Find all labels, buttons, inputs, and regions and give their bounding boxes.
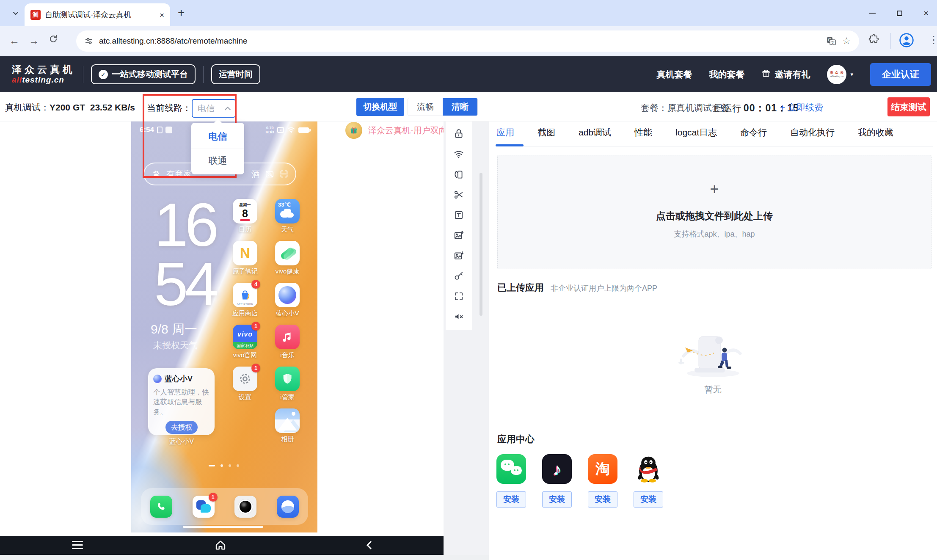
- empty-state-text: 暂无: [489, 384, 937, 395]
- install-button-taobao[interactable]: 安装: [588, 491, 617, 508]
- nav-item-invite[interactable]: 邀请有礼: [761, 69, 810, 80]
- tab-8[interactable]: 我的收藏: [858, 127, 893, 138]
- chevron-down-icon[interactable]: ▾: [850, 71, 853, 77]
- install-button-qq[interactable]: 安装: [634, 491, 663, 508]
- phone-app-calendar[interactable]: 星期一8日历: [233, 199, 257, 241]
- tab-4[interactable]: 性能: [634, 127, 652, 138]
- line-select[interactable]: 电信: [192, 99, 236, 118]
- home-icon[interactable]: [214, 538, 227, 554]
- translate-icon[interactable]: G文: [826, 36, 836, 46]
- camera-search-icon[interactable]: [265, 169, 274, 179]
- scissors-icon[interactable]: [453, 189, 464, 200]
- renew-link[interactable]: + 立即续费: [780, 102, 823, 113]
- app-navbar: 泽众云真机 alltesting.cn ✓ 一站式移动测试平台 运营时间 泽众云…: [0, 56, 937, 92]
- phone-app-photos[interactable]: 相册: [275, 408, 300, 450]
- wechat-icon[interactable]: [496, 454, 526, 484]
- tab-2[interactable]: 截图: [537, 127, 555, 138]
- avatar[interactable]: 泽 众 云 alltesting.cn: [827, 65, 846, 84]
- tab-6[interactable]: 命令行: [740, 127, 767, 138]
- phone-app-label: 天气: [281, 226, 294, 234]
- search-text-left: 有商家: [166, 168, 192, 180]
- notification-badge: 1: [251, 322, 260, 331]
- key-icon[interactable]: [453, 270, 464, 281]
- phone-app-vivo[interactable]: vivo国家补贴1vivo官网: [233, 325, 257, 367]
- url-bar[interactable]: atc.alltesting.cn:8888/atc/remote/machin…: [76, 30, 859, 52]
- maximize-icon[interactable]: [897, 11, 902, 16]
- wifi-icon[interactable]: [453, 149, 464, 160]
- operating-hours-badge[interactable]: 运营时间: [211, 64, 260, 84]
- upload-dropzone[interactable]: + 点击或拖拽文件到此处上传 支持格式apk、ipa、hap: [497, 155, 931, 269]
- tab-5[interactable]: logcat日志: [675, 127, 717, 138]
- forward-icon[interactable]: →: [29, 35, 39, 47]
- app-center-douyin: ♪安装: [542, 454, 572, 508]
- tab-1[interactable]: 应用: [496, 127, 514, 138]
- mode-clear-button[interactable]: 清晰: [443, 98, 477, 116]
- reload-icon[interactable]: [48, 34, 58, 47]
- end-test-button[interactable]: 结束测试: [887, 97, 930, 116]
- window-close-icon[interactable]: ×: [923, 9, 929, 17]
- authorize-button[interactable]: 去授权: [165, 421, 198, 434]
- scan-icon[interactable]: [279, 169, 289, 179]
- phone-app-weather[interactable]: 33℃天气: [275, 199, 300, 241]
- phone-app-label: vivo健康: [276, 268, 300, 276]
- image-download-icon[interactable]: [453, 250, 464, 261]
- install-button-douyin[interactable]: 安装: [542, 491, 572, 508]
- phone-net-speed: 0.70 KB/s: [265, 126, 274, 135]
- new-tab-button[interactable]: +: [178, 6, 185, 19]
- nav-item-my-plans[interactable]: 我的套餐: [709, 69, 744, 80]
- recents-menu-icon[interactable]: [72, 541, 83, 549]
- phone-sim-icon: ×: [277, 127, 284, 133]
- profile-avatar-icon[interactable]: [899, 33, 914, 50]
- enterprise-verify-button[interactable]: 企业认证: [870, 63, 931, 86]
- tab-7[interactable]: 自动化执行: [790, 127, 835, 138]
- line-option-selected[interactable]: 电信: [191, 124, 244, 149]
- line-option-other[interactable]: 联通: [191, 149, 244, 173]
- qq-icon[interactable]: [634, 454, 663, 484]
- nav-item-device-plans[interactable]: 真机套餐: [656, 69, 692, 80]
- dock-browser-app[interactable]: [277, 496, 299, 518]
- dock-camera-app[interactable]: [234, 496, 256, 518]
- mode-smooth-button[interactable]: 流畅: [408, 98, 443, 116]
- phone-app-music[interactable]: i音乐: [275, 325, 300, 367]
- back-icon[interactable]: ←: [9, 35, 19, 47]
- taobao-icon[interactable]: 淘: [588, 454, 617, 484]
- phone-app-notes[interactable]: N原子笔记: [232, 241, 258, 283]
- remote-phone-screen[interactable]: 6:54 0.70 KB/s × 有商家 酒 16 54 9/8 周一 未: [131, 121, 317, 532]
- dock-phone-app[interactable]: [150, 496, 172, 518]
- phone-app-label: 相册: [281, 435, 294, 443]
- phone-app-health[interactable]: vivo健康: [275, 241, 300, 283]
- assistant-card[interactable]: 蓝心小V 个人智慧助理，快速获取信息与服务。 去授权: [148, 368, 215, 435]
- tab-search-chevron-icon[interactable]: [7, 5, 25, 22]
- phone-app-guard[interactable]: i管家: [275, 367, 300, 408]
- phone-app-app-store[interactable]: APP STORE4应用商店: [232, 283, 258, 325]
- phone-app-settings[interactable]: 1设置: [233, 367, 257, 408]
- douyin-icon[interactable]: ♪: [542, 454, 572, 484]
- mute-icon[interactable]: [453, 311, 464, 322]
- fullscreen-icon[interactable]: [453, 291, 464, 302]
- switch-device-button[interactable]: 切换机型: [356, 98, 404, 116]
- minimize-icon[interactable]: [869, 13, 876, 14]
- install-button-wechat[interactable]: 安装: [496, 491, 526, 508]
- user-avatar-menu[interactable]: 泽 众 云 alltesting.cn ▾: [827, 65, 853, 84]
- browser-menu-icon[interactable]: ⋮: [929, 34, 937, 46]
- home-page-indicator: [209, 464, 239, 467]
- phone-app-blue-v[interactable]: 蓝心小V: [275, 283, 300, 325]
- tab-close-icon[interactable]: ×: [160, 11, 164, 19]
- check-icon: ✓: [99, 70, 108, 79]
- image-upload-icon[interactable]: [453, 230, 464, 241]
- rotate-screen-icon[interactable]: [453, 169, 464, 180]
- tab-3[interactable]: adb调试: [579, 127, 611, 138]
- dock-messages-app[interactable]: 1: [193, 496, 215, 518]
- bookmark-star-icon[interactable]: ☆: [842, 36, 851, 47]
- site-logo[interactable]: 泽众云真机 alltesting.cn: [12, 64, 75, 84]
- browser-tab[interactable]: 测 自助测试调试-泽众云真机 ×: [25, 3, 170, 26]
- extensions-icon[interactable]: [868, 34, 879, 47]
- back-chevron-icon[interactable]: [363, 539, 376, 553]
- lock-icon[interactable]: [453, 128, 464, 139]
- home-indicator: [183, 526, 263, 528]
- uploaded-apps-title: 已上传应用: [497, 281, 544, 294]
- scrollbar[interactable]: [480, 173, 482, 316]
- site-settings-icon[interactable]: [85, 37, 93, 45]
- text-input-icon[interactable]: [453, 210, 464, 221]
- app-management-panel: 应用截图adb调试性能logcat日志命令行自动化执行我的收藏 + 点击或拖拽文…: [489, 121, 937, 560]
